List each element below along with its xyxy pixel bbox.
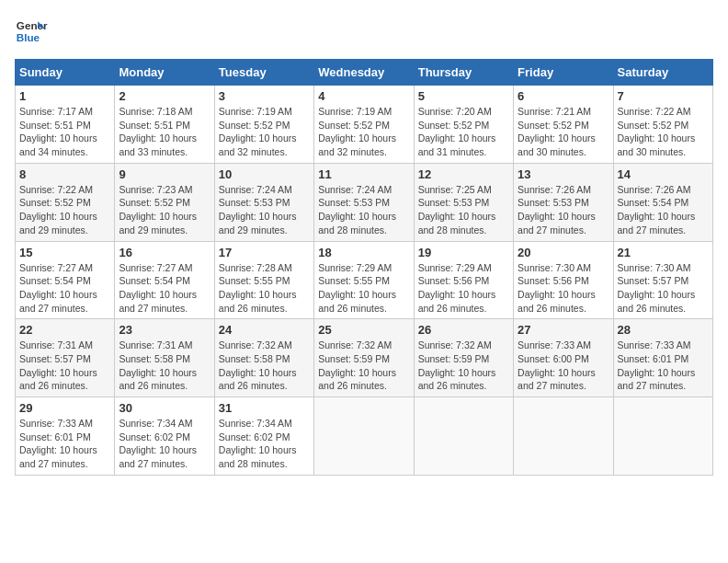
daylight-label: Daylight: 10 hours and 34 minutes.	[19, 132, 97, 157]
sunrise-label: Sunrise: 7:22 AM	[618, 106, 691, 117]
daylight-label: Daylight: 10 hours and 26 minutes.	[418, 367, 496, 392]
day-info: Sunrise: 7:29 AM Sunset: 5:56 PM Dayligh…	[418, 261, 509, 316]
day-info: Sunrise: 7:21 AM Sunset: 5:52 PM Dayligh…	[518, 105, 609, 159]
day-number: 23	[119, 323, 210, 337]
day-info: Sunrise: 7:28 AM Sunset: 5:55 PM Dayligh…	[219, 261, 310, 316]
calendar-cell: 3 Sunrise: 7:19 AM Sunset: 5:52 PM Dayli…	[214, 86, 313, 164]
sunrise-label: Sunrise: 7:29 AM	[418, 262, 492, 273]
day-info: Sunrise: 7:30 AM Sunset: 5:57 PM Dayligh…	[618, 261, 709, 316]
week-row-5: 29 Sunrise: 7:33 AM Sunset: 6:01 PM Dayl…	[16, 397, 713, 476]
sunset-label: Sunset: 5:56 PM	[418, 275, 490, 286]
daylight-label: Daylight: 10 hours and 31 minutes.	[418, 132, 496, 157]
sunrise-label: Sunrise: 7:20 AM	[418, 106, 492, 117]
day-number: 24	[219, 323, 310, 337]
day-info: Sunrise: 7:25 AM Sunset: 5:53 PM Dayligh…	[418, 183, 509, 237]
day-info: Sunrise: 7:24 AM Sunset: 5:53 PM Dayligh…	[318, 183, 409, 237]
svg-text:General: General	[17, 19, 48, 31]
day-number: 1	[19, 89, 110, 103]
day-info: Sunrise: 7:33 AM Sunset: 6:01 PM Dayligh…	[19, 417, 110, 471]
calendar-cell: 9 Sunrise: 7:23 AM Sunset: 5:52 PM Dayli…	[115, 163, 214, 241]
sunset-label: Sunset: 6:02 PM	[219, 431, 290, 442]
sunset-label: Sunset: 5:58 PM	[219, 353, 290, 364]
day-number: 11	[318, 167, 409, 181]
calendar-cell: 11 Sunrise: 7:24 AM Sunset: 5:53 PM Dayl…	[314, 163, 414, 241]
week-row-2: 8 Sunrise: 7:22 AM Sunset: 5:52 PM Dayli…	[16, 163, 713, 241]
sunrise-label: Sunrise: 7:33 AM	[618, 339, 691, 350]
sunrise-label: Sunrise: 7:33 AM	[518, 339, 591, 350]
sunset-label: Sunset: 5:52 PM	[618, 120, 689, 131]
sunrise-label: Sunrise: 7:21 AM	[518, 106, 591, 117]
sunrise-label: Sunrise: 7:33 AM	[19, 418, 93, 429]
day-number: 10	[219, 167, 310, 181]
sunrise-label: Sunrise: 7:26 AM	[518, 184, 591, 195]
day-number: 5	[418, 89, 509, 103]
day-info: Sunrise: 7:17 AM Sunset: 5:51 PM Dayligh…	[19, 105, 110, 159]
sunset-label: Sunset: 6:02 PM	[119, 431, 190, 442]
calendar-cell: 26 Sunrise: 7:32 AM Sunset: 5:59 PM Dayl…	[414, 319, 513, 397]
sunset-label: Sunset: 5:54 PM	[618, 197, 689, 208]
day-info: Sunrise: 7:26 AM Sunset: 5:53 PM Dayligh…	[518, 183, 609, 237]
day-number: 22	[19, 323, 110, 337]
weekday-wednesday: Wednesday	[314, 60, 414, 86]
sunset-label: Sunset: 5:54 PM	[119, 275, 190, 286]
sunset-label: Sunset: 5:52 PM	[219, 120, 290, 131]
day-number: 25	[318, 323, 409, 337]
day-info: Sunrise: 7:31 AM Sunset: 5:58 PM Dayligh…	[119, 339, 210, 393]
sunrise-label: Sunrise: 7:34 AM	[219, 418, 292, 429]
daylight-label: Daylight: 10 hours and 27 minutes.	[19, 289, 97, 314]
sunset-label: Sunset: 5:53 PM	[518, 197, 589, 208]
day-info: Sunrise: 7:32 AM Sunset: 5:58 PM Dayligh…	[219, 339, 310, 393]
day-number: 6	[518, 89, 609, 103]
calendar-cell: 25 Sunrise: 7:32 AM Sunset: 5:59 PM Dayl…	[314, 319, 414, 397]
calendar-cell	[514, 397, 613, 476]
day-number: 28	[618, 323, 709, 337]
weekday-saturday: Saturday	[613, 60, 712, 86]
daylight-label: Daylight: 10 hours and 26 minutes.	[418, 289, 496, 314]
daylight-label: Daylight: 10 hours and 27 minutes.	[618, 211, 696, 236]
daylight-label: Daylight: 10 hours and 27 minutes.	[119, 289, 197, 314]
daylight-label: Daylight: 10 hours and 32 minutes.	[219, 132, 297, 157]
sunset-label: Sunset: 5:53 PM	[318, 197, 390, 208]
calendar-cell: 14 Sunrise: 7:26 AM Sunset: 5:54 PM Dayl…	[613, 163, 712, 241]
sunrise-label: Sunrise: 7:25 AM	[418, 184, 492, 195]
daylight-label: Daylight: 10 hours and 28 minutes.	[418, 211, 496, 236]
sunrise-label: Sunrise: 7:29 AM	[318, 262, 392, 273]
daylight-label: Daylight: 10 hours and 30 minutes.	[518, 132, 596, 157]
sunrise-label: Sunrise: 7:18 AM	[119, 106, 192, 117]
calendar-cell: 24 Sunrise: 7:32 AM Sunset: 5:58 PM Dayl…	[214, 319, 313, 397]
day-info: Sunrise: 7:32 AM Sunset: 5:59 PM Dayligh…	[318, 339, 409, 393]
calendar-cell: 16 Sunrise: 7:27 AM Sunset: 5:54 PM Dayl…	[115, 241, 214, 319]
sunset-label: Sunset: 6:01 PM	[19, 431, 91, 442]
day-number: 7	[618, 89, 709, 103]
day-info: Sunrise: 7:26 AM Sunset: 5:54 PM Dayligh…	[618, 183, 709, 237]
sunrise-label: Sunrise: 7:28 AM	[219, 262, 292, 273]
logo-icon: General Blue	[15, 15, 48, 48]
day-info: Sunrise: 7:18 AM Sunset: 5:51 PM Dayligh…	[119, 105, 210, 159]
sunset-label: Sunset: 5:52 PM	[119, 197, 190, 208]
sunrise-label: Sunrise: 7:17 AM	[19, 106, 93, 117]
daylight-label: Daylight: 10 hours and 29 minutes.	[119, 211, 197, 236]
day-info: Sunrise: 7:31 AM Sunset: 5:57 PM Dayligh…	[19, 339, 110, 393]
calendar-cell: 15 Sunrise: 7:27 AM Sunset: 5:54 PM Dayl…	[16, 241, 115, 319]
calendar-cell: 29 Sunrise: 7:33 AM Sunset: 6:01 PM Dayl…	[16, 397, 115, 476]
day-number: 30	[119, 401, 210, 415]
calendar-cell: 17 Sunrise: 7:28 AM Sunset: 5:55 PM Dayl…	[214, 241, 313, 319]
sunrise-label: Sunrise: 7:24 AM	[219, 184, 292, 195]
daylight-label: Daylight: 10 hours and 26 minutes.	[318, 367, 396, 392]
sunset-label: Sunset: 5:52 PM	[318, 120, 390, 131]
sunrise-label: Sunrise: 7:22 AM	[19, 184, 93, 195]
day-number: 8	[19, 167, 110, 181]
day-number: 15	[19, 246, 110, 259]
daylight-label: Daylight: 10 hours and 26 minutes.	[219, 289, 297, 314]
day-number: 19	[418, 246, 509, 259]
sunrise-label: Sunrise: 7:27 AM	[119, 262, 192, 273]
daylight-label: Daylight: 10 hours and 33 minutes.	[119, 132, 197, 157]
calendar-cell: 8 Sunrise: 7:22 AM Sunset: 5:52 PM Dayli…	[16, 163, 115, 241]
daylight-label: Daylight: 10 hours and 26 minutes.	[119, 367, 197, 392]
calendar-cell: 10 Sunrise: 7:24 AM Sunset: 5:53 PM Dayl…	[214, 163, 313, 241]
sunrise-label: Sunrise: 7:30 AM	[518, 262, 591, 273]
calendar-cell: 4 Sunrise: 7:19 AM Sunset: 5:52 PM Dayli…	[314, 86, 414, 164]
day-info: Sunrise: 7:30 AM Sunset: 5:56 PM Dayligh…	[518, 261, 609, 316]
calendar-cell: 21 Sunrise: 7:30 AM Sunset: 5:57 PM Dayl…	[613, 241, 712, 319]
sunset-label: Sunset: 5:52 PM	[418, 120, 490, 131]
